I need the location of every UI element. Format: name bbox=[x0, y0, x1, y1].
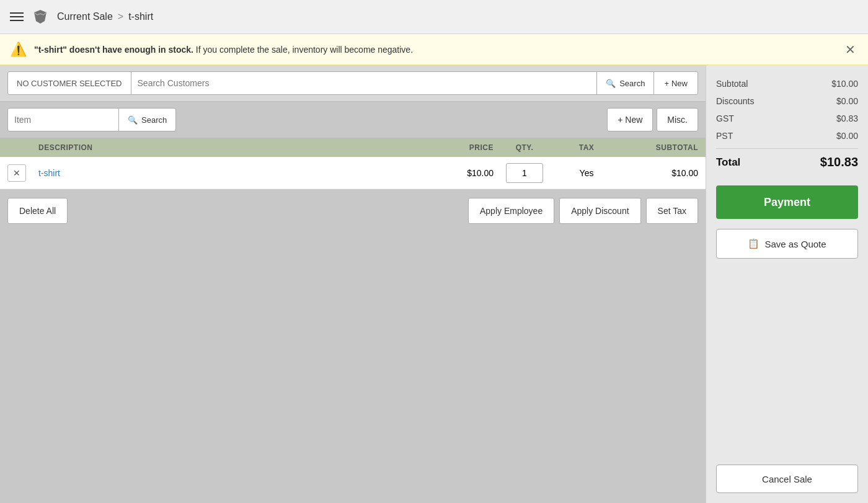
plus-icon: + bbox=[664, 79, 669, 88]
item-search-button[interactable]: 🔍 Search bbox=[119, 108, 176, 131]
new-item-button[interactable]: + New bbox=[607, 108, 653, 131]
pst-row: PST $0.00 bbox=[716, 127, 858, 145]
new-item-label: New bbox=[625, 115, 642, 125]
col-header-description: DESCRIPTION bbox=[38, 143, 419, 152]
bottom-actions: Delete All Apply Employee Apply Discount… bbox=[0, 189, 706, 233]
warning-banner: ⚠️ "t-shirt" doesn't have enough in stoc… bbox=[0, 34, 868, 65]
col-header-price: PRICE bbox=[419, 143, 494, 152]
customer-bar: NO CUSTOMER SELECTED 🔍 Search + New bbox=[0, 65, 706, 102]
breadcrumb-parent: Current Sale bbox=[57, 11, 113, 22]
subtotal-value: $10.00 bbox=[831, 79, 858, 89]
new-customer-button[interactable]: + New bbox=[653, 71, 698, 95]
row-qty-cell bbox=[494, 163, 556, 183]
payment-button[interactable]: Payment bbox=[716, 185, 858, 219]
pst-label: PST bbox=[716, 131, 733, 141]
row-name-cell: t-shirt bbox=[38, 168, 419, 178]
pst-value: $0.00 bbox=[836, 131, 858, 141]
gst-label: GST bbox=[716, 114, 734, 123]
save-quote-icon: 📋 bbox=[748, 238, 760, 249]
breadcrumb: Current Sale > t-shirt bbox=[57, 11, 153, 22]
col-header-qty: QTY. bbox=[494, 143, 556, 152]
gst-row: GST $0.83 bbox=[716, 110, 858, 127]
discounts-label: Discounts bbox=[716, 96, 754, 106]
search-customers-input[interactable] bbox=[131, 71, 597, 95]
row-price-cell: $10.00 bbox=[419, 168, 494, 178]
qty-input[interactable] bbox=[506, 163, 543, 183]
search-customers-label: Search bbox=[619, 79, 645, 88]
warning-rest: If you complete the sale, inventory will… bbox=[196, 45, 413, 55]
top-bar: Current Sale > t-shirt bbox=[0, 0, 868, 34]
apply-discount-button[interactable]: Apply Discount bbox=[559, 198, 640, 224]
gst-value: $0.83 bbox=[836, 114, 858, 123]
misc-button[interactable]: Misc. bbox=[657, 108, 698, 131]
breadcrumb-current: t-shirt bbox=[128, 11, 153, 22]
no-customer-button[interactable]: NO CUSTOMER SELECTED bbox=[7, 71, 131, 95]
item-search-icon: 🔍 bbox=[128, 115, 138, 125]
search-customers-button[interactable]: 🔍 Search bbox=[596, 71, 653, 95]
right-panel: Subtotal $10.00 Discounts $0.00 GST $0.8… bbox=[706, 65, 868, 503]
new-customer-label: New bbox=[671, 79, 688, 88]
item-input[interactable] bbox=[7, 108, 119, 131]
left-panel: NO CUSTOMER SELECTED 🔍 Search + New 🔍 Se… bbox=[0, 65, 706, 503]
warning-icon: ⚠️ bbox=[10, 42, 27, 58]
item-search-label: Search bbox=[141, 115, 167, 125]
row-tax-cell: Yes bbox=[556, 168, 618, 178]
total-row: Total $10.83 bbox=[716, 148, 858, 176]
main-layout: NO CUSTOMER SELECTED 🔍 Search + New 🔍 Se… bbox=[0, 65, 868, 503]
table-body: ✕ t-shirt $10.00 Yes $10.00 bbox=[0, 157, 706, 189]
row-delete-cell: ✕ bbox=[7, 164, 38, 182]
delete-row-button[interactable]: ✕ bbox=[7, 164, 26, 182]
set-tax-button[interactable]: Set Tax bbox=[646, 198, 698, 224]
apply-employee-button[interactable]: Apply Employee bbox=[468, 198, 554, 224]
new-item-plus-icon: + bbox=[618, 115, 622, 125]
table-header: DESCRIPTION PRICE QTY. TAX SUBTOTAL bbox=[0, 138, 706, 157]
item-bar: 🔍 Search + New Misc. bbox=[0, 102, 706, 138]
delete-all-button[interactable]: Delete All bbox=[7, 198, 68, 224]
hamburger-menu[interactable] bbox=[10, 12, 24, 21]
warning-text: "t-shirt" doesn't have enough in stock. … bbox=[34, 45, 835, 55]
total-label: Total bbox=[716, 156, 740, 169]
item-name-link[interactable]: t-shirt bbox=[38, 168, 60, 178]
col-header-tax: TAX bbox=[556, 143, 618, 152]
total-value: $10.83 bbox=[820, 155, 858, 169]
save-quote-label: Save as Quote bbox=[764, 239, 826, 249]
discounts-value: $0.00 bbox=[836, 96, 858, 106]
col-header-subtotal: SUBTOTAL bbox=[618, 143, 698, 152]
row-subtotal-cell: $10.00 bbox=[618, 168, 698, 178]
warning-close-button[interactable]: ✕ bbox=[843, 42, 858, 57]
save-quote-button[interactable]: 📋 Save as Quote bbox=[716, 229, 858, 259]
breadcrumb-separator: > bbox=[118, 11, 123, 22]
app-logo bbox=[31, 7, 50, 26]
col-header-delete bbox=[7, 143, 38, 152]
table-row: ✕ t-shirt $10.00 Yes $10.00 bbox=[0, 157, 706, 189]
warning-bold: "t-shirt" doesn't have enough in stock. bbox=[34, 45, 193, 55]
cancel-sale-button[interactable]: Cancel Sale bbox=[716, 465, 858, 493]
discounts-row: Discounts $0.00 bbox=[716, 92, 858, 110]
subtotal-row: Subtotal $10.00 bbox=[716, 75, 858, 92]
search-icon: 🔍 bbox=[606, 79, 616, 88]
subtotal-label: Subtotal bbox=[716, 79, 748, 89]
